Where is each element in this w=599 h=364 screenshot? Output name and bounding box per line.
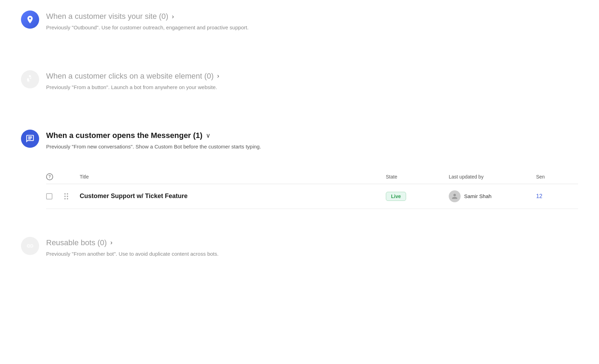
state-badge: Live (386, 192, 406, 201)
table-header-row: ? Title State Last updated by Sen (46, 170, 578, 184)
visits-section-title[interactable]: When a customer visits your site (0) (46, 12, 168, 21)
reusable-section-icon (21, 237, 39, 255)
table-header-state: State (386, 174, 449, 180)
dot2 (67, 193, 68, 195)
section-clicks: When a customer clicks on a website elem… (21, 53, 578, 112)
table-header-updated: Last updated by (449, 174, 536, 180)
visits-section-icon (21, 10, 39, 29)
checkbox-input[interactable] (46, 193, 52, 199)
table-header-check: ? (46, 173, 64, 180)
avatar (449, 190, 461, 202)
help-icon[interactable]: ? (46, 173, 53, 180)
drag-handle-icon[interactable] (64, 193, 80, 199)
bot-sent-count: 12 (536, 193, 578, 199)
messenger-section-title[interactable]: When a customer opens the Messenger (1) (46, 131, 202, 140)
row-checkbox[interactable] (46, 193, 64, 199)
dot6 (67, 198, 68, 199)
reusable-chevron-icon[interactable]: › (110, 239, 113, 246)
bot-state: Live (386, 192, 449, 201)
bots-table: ? Title State Last updated by Sen (46, 170, 578, 209)
dot3 (64, 196, 66, 197)
clicks-section-icon (21, 70, 39, 88)
clicks-section-desc: Previously "From a button". Launch a bot… (46, 83, 578, 92)
bot-title[interactable]: Customer Support w/ Ticket Feature (80, 192, 386, 200)
messenger-section-content: When a customer opens the Messenger (1) … (46, 130, 578, 151)
visits-section-desc: Previously "Outbound". Use for customer … (46, 24, 578, 32)
dot1 (64, 193, 66, 195)
table-row[interactable]: Customer Support w/ Ticket Feature Live … (46, 184, 578, 209)
updated-by-name: Samir Shah (464, 193, 491, 199)
bot-updated-by: Samir Shah (449, 190, 536, 202)
messenger-section-icon (21, 130, 39, 148)
reusable-section-desc: Previously "From another bot". Use to av… (46, 250, 578, 258)
section-reusable: Reusable bots (0) › Previously "From ano… (21, 219, 578, 279)
reusable-section-title[interactable]: Reusable bots (0) (46, 238, 107, 247)
clicks-section-title[interactable]: When a customer clicks on a website elem… (46, 72, 214, 81)
table-header-title: Title (80, 174, 386, 180)
messenger-section-desc: Previously "From new conversations". Sho… (46, 143, 578, 151)
reusable-section-content: Reusable bots (0) › Previously "From ano… (46, 237, 578, 258)
messenger-chevron-icon[interactable]: ∨ (206, 132, 210, 139)
dot4 (67, 196, 68, 197)
visits-section-content: When a customer visits your site (0) › P… (46, 10, 578, 32)
clicks-chevron-icon[interactable]: › (217, 72, 219, 80)
dot5 (64, 198, 66, 199)
clicks-section-content: When a customer clicks on a website elem… (46, 70, 578, 92)
section-visits: When a customer visits your site (0) › P… (21, 0, 578, 53)
visits-chevron-icon[interactable]: › (172, 13, 174, 20)
section-messenger: When a customer opens the Messenger (1) … (21, 112, 578, 219)
table-header-sent: Sen (536, 174, 578, 180)
